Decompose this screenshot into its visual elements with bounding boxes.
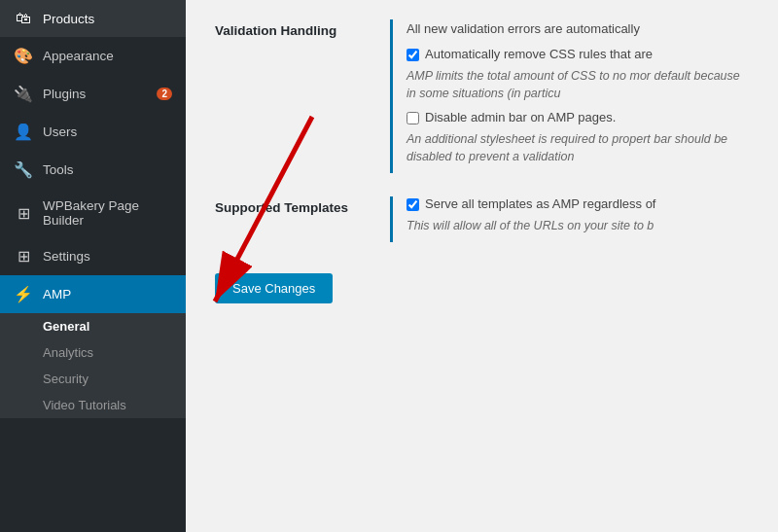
sidebar-item-amp[interactable]: ⚡ AMP <box>0 275 186 313</box>
users-icon: 👤 <box>14 123 33 141</box>
validation-handling-row: Validation Handling All new validation e… <box>215 19 749 173</box>
sidebar-item-label: AMP <box>43 287 172 301</box>
plugins-icon: 🔌 <box>14 85 33 103</box>
sidebar-item-products[interactable]: 🛍 Products <box>0 0 186 37</box>
checkbox-row-1: Automatically remove CSS rules that are <box>407 47 749 61</box>
appearance-icon: 🎨 <box>14 47 33 65</box>
supported-templates-label: Supported Templates <box>215 196 390 215</box>
sidebar-item-appearance[interactable]: 🎨 Appearance <box>0 37 186 75</box>
plugins-badge: 2 <box>157 88 172 100</box>
submenu-label: Video Tutorials <box>43 398 126 412</box>
validation-handling-label: Validation Handling <box>215 19 390 38</box>
amp-submenu: General Analytics Security Video Tutoria… <box>0 313 186 418</box>
auto-remove-css-checkbox[interactable] <box>407 49 419 61</box>
amp-icon: ⚡ <box>14 285 33 303</box>
sidebar-item-label: WPBakery Page Builder <box>43 198 172 228</box>
disable-admin-bar-checkbox[interactable] <box>407 112 419 124</box>
submenu-item-general[interactable]: General <box>0 313 186 339</box>
tools-icon: 🔧 <box>14 160 33 179</box>
sidebar: 🛍 Products 🎨 Appearance 🔌 Plugins 2 👤 Us… <box>0 0 186 532</box>
sidebar-item-users[interactable]: 👤 Users <box>0 113 186 151</box>
sidebar-item-label: Products <box>43 12 172 26</box>
submenu-item-video-tutorials[interactable]: Video Tutorials <box>0 392 186 418</box>
sidebar-item-plugins[interactable]: 🔌 Plugins 2 <box>0 75 186 113</box>
disable-admin-bar-label: Disable admin bar on AMP pages. <box>425 110 616 124</box>
sidebar-item-label: Users <box>43 124 172 139</box>
sidebar-item-label: Appearance <box>43 49 172 63</box>
templates-note: This will allow all of the URLs on your … <box>407 217 749 234</box>
admin-bar-note: An additional stylesheet is required to … <box>407 130 749 165</box>
serve-all-templates-checkbox[interactable] <box>407 198 419 211</box>
save-changes-button[interactable]: Save Changes <box>215 273 333 303</box>
main-content: Validation Handling All new validation e… <box>186 0 778 532</box>
submenu-item-analytics[interactable]: Analytics <box>0 339 186 366</box>
checkbox-row-2: Disable admin bar on AMP pages. <box>407 110 749 124</box>
css-note: AMP limits the total amount of CSS to no… <box>407 67 749 102</box>
supported-templates-value: Serve all templates as AMP regardless of… <box>390 196 749 242</box>
submenu-label: Security <box>43 372 88 386</box>
sidebar-item-label: Settings <box>43 249 172 264</box>
sidebar-item-label: Plugins <box>43 87 147 101</box>
auto-remove-css-label: Automatically remove CSS rules that are <box>425 47 653 61</box>
submenu-label: Analytics <box>43 345 93 360</box>
sidebar-item-settings[interactable]: ⊞ Settings <box>0 237 186 275</box>
serve-all-templates-label: Serve all templates as AMP regardless of <box>425 196 656 211</box>
submenu-label: General <box>43 319 89 334</box>
checkbox-row-3: Serve all templates as AMP regardless of <box>407 196 749 211</box>
wpbakery-icon: ⊞ <box>14 204 33 223</box>
supported-templates-row: Supported Templates Serve all templates … <box>215 196 749 242</box>
submenu-item-security[interactable]: Security <box>0 366 186 392</box>
validation-handling-value: All new validation errors are automatica… <box>390 19 749 173</box>
sidebar-item-tools[interactable]: 🔧 Tools <box>0 151 186 189</box>
sidebar-item-wpbakery[interactable]: ⊞ WPBakery Page Builder <box>0 189 186 237</box>
settings-icon: ⊞ <box>14 247 33 266</box>
validation-description: All new validation errors are automatica… <box>407 19 749 39</box>
products-icon: 🛍 <box>14 10 33 27</box>
settings-content: Validation Handling All new validation e… <box>186 0 778 532</box>
sidebar-item-label: Tools <box>43 162 172 177</box>
